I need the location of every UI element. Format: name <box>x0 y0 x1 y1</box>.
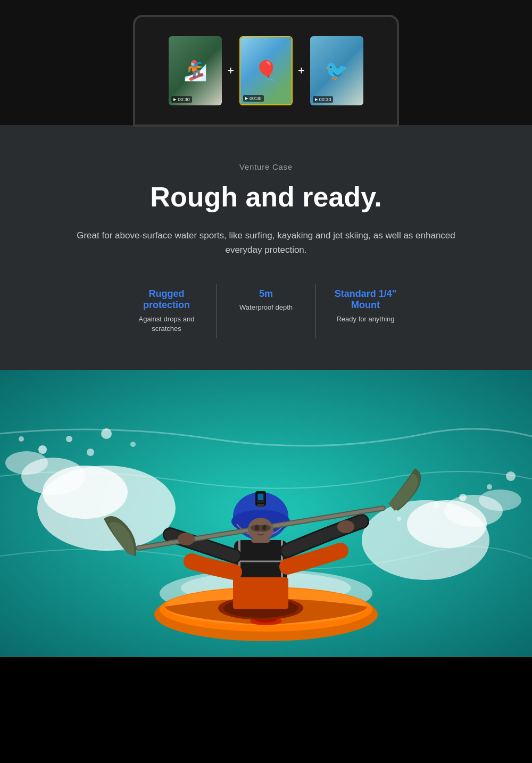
svg-point-9 <box>19 436 24 442</box>
kayak-scene-svg <box>0 370 532 657</box>
kayak-section <box>0 370 532 657</box>
clip-duration-1: 00:30 <box>171 96 192 103</box>
plus-icon-2: + <box>298 64 305 78</box>
svg-point-41 <box>337 520 354 533</box>
clip-duration-2: 00:30 <box>243 95 264 102</box>
spec-waterproof-desc: Waterproof depth <box>227 303 305 312</box>
svg-point-14 <box>479 490 521 511</box>
specs-row: Rugged protection Against drops and scra… <box>117 284 415 338</box>
svg-point-18 <box>433 502 439 509</box>
kayak-background <box>0 370 532 657</box>
clips-row: 🏂 00:30 + 🎈 00:30 + 🐦 00:30 <box>163 31 369 111</box>
svg-rect-36 <box>258 494 263 500</box>
spec-mount-value: Standard 1/4" Mount <box>327 288 404 311</box>
phone-frame: 🏂 00:30 + 🎈 00:30 + 🐦 00:30 <box>133 15 399 127</box>
svg-point-10 <box>87 449 94 456</box>
spec-mount-desc: Ready for anything <box>327 314 404 324</box>
svg-point-15 <box>459 494 467 501</box>
product-description: Great for above-surface water sports, li… <box>69 228 463 257</box>
spec-waterproof: 5m Waterproof depth <box>216 284 315 338</box>
svg-point-40 <box>178 533 195 545</box>
spec-mount: Standard 1/4" Mount Ready for anything <box>315 284 415 338</box>
svg-point-8 <box>130 442 136 447</box>
clip-thumbnail-2: 🎈 <box>240 37 292 104</box>
top-section: 🏂 00:30 + 🎈 00:30 + 🐦 00:30 <box>0 0 532 125</box>
clip-thumb-1[interactable]: 🏂 00:30 <box>169 36 222 105</box>
spec-rugged-desc: Against drops and scratches <box>128 314 205 334</box>
bottom-section <box>0 657 532 684</box>
svg-point-4 <box>5 451 48 475</box>
info-section: Venture Case Rough and ready. Great for … <box>0 125 532 370</box>
svg-point-7 <box>101 428 112 439</box>
svg-point-5 <box>38 445 47 454</box>
plus-icon-1: + <box>227 64 234 78</box>
svg-point-16 <box>487 484 492 490</box>
svg-rect-30 <box>233 577 288 609</box>
clip-thumbnail-3: 🐦 <box>310 36 363 105</box>
clip-thumb-3[interactable]: 🐦 00:30 <box>310 36 363 105</box>
spec-rugged-value: Rugged protection <box>128 288 205 311</box>
spec-waterproof-value: 5m <box>227 288 305 300</box>
spec-rugged: Rugged protection Against drops and scra… <box>117 284 216 338</box>
svg-point-17 <box>506 471 516 481</box>
svg-point-19 <box>397 517 401 521</box>
product-label: Venture Case <box>21 162 511 171</box>
main-headline: Rough and ready. <box>21 182 511 212</box>
clip-thumbnail-1: 🏂 <box>169 36 222 105</box>
clip-thumb-2[interactable]: 🎈 00:30 <box>239 36 293 105</box>
svg-point-6 <box>66 436 72 442</box>
clip-duration-3: 00:30 <box>313 96 334 103</box>
svg-rect-37 <box>257 504 264 507</box>
